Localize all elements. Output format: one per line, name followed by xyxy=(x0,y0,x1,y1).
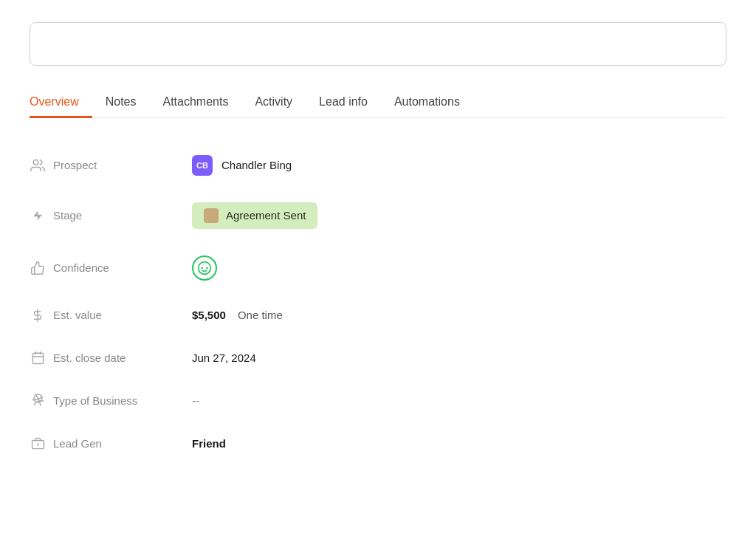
est-close-date-value[interactable]: Jun 27, 2024 xyxy=(192,351,256,364)
est-close-date-text: Jun 27, 2024 xyxy=(192,351,256,364)
tab-lead-info[interactable]: Lead info xyxy=(306,88,381,118)
tabs-nav: Overview Notes Attachments Activity Lead… xyxy=(30,88,726,118)
confidence-emoji[interactable] xyxy=(192,256,217,281)
confidence-row: Confidence xyxy=(30,242,726,294)
tab-overview[interactable]: Overview xyxy=(30,88,92,118)
stage-color-dot xyxy=(204,208,219,223)
type-of-business-label-text: Type of Business xyxy=(53,394,137,407)
prospect-label: Prospect xyxy=(30,157,192,174)
stage-value[interactable]: Agreement Sent xyxy=(192,202,317,229)
est-value-value[interactable]: $5,500 One time xyxy=(192,309,283,321)
est-value-label-text: Est. value xyxy=(53,309,102,321)
prospect-name: Chandler Bing xyxy=(221,159,292,171)
stage-label-text: Stage xyxy=(53,209,82,222)
stage-badge-text: Agreement Sent xyxy=(226,209,306,222)
thumbs-icon xyxy=(30,260,46,276)
fields-section: Prospect CB Chandler Bing Stage Agreemen… xyxy=(30,142,726,465)
tab-automations[interactable]: Automations xyxy=(381,88,473,118)
est-close-date-label: Est. close date xyxy=(30,350,192,366)
stage-row: Stage Agreement Sent xyxy=(30,189,726,242)
svg-marker-1 xyxy=(33,210,42,220)
lead-gen-label: Lead Gen xyxy=(30,436,192,452)
lead-gen-value-text: Friend xyxy=(192,437,226,450)
est-value-row: Est. value $5,500 One time xyxy=(30,294,726,337)
stage-label: Stage xyxy=(30,208,192,224)
calendar-icon xyxy=(30,350,46,366)
type-of-business-text: -- xyxy=(192,394,199,407)
est-value-amount: $5,500 xyxy=(192,309,226,321)
confidence-label-text: Confidence xyxy=(53,261,109,274)
prospect-value[interactable]: CB Chandler Bing xyxy=(192,155,292,176)
svg-point-0 xyxy=(33,160,38,165)
dollar-icon xyxy=(30,307,46,323)
type-of-business-row: Type of Business -- xyxy=(30,380,726,422)
tab-attachments[interactable]: Attachments xyxy=(149,88,241,118)
est-value-type: One time xyxy=(238,309,283,321)
lead-gen-value[interactable]: Friend xyxy=(192,437,226,450)
building-icon xyxy=(30,393,46,409)
svg-point-2 xyxy=(199,261,211,274)
est-value-label: Est. value xyxy=(30,307,192,323)
prospect-icon xyxy=(30,157,46,174)
confidence-label: Confidence xyxy=(30,260,192,276)
search-input[interactable]: Chandler Bing xyxy=(30,22,726,66)
lead-gen-label-text: Lead Gen xyxy=(53,437,102,450)
avatar: CB xyxy=(192,155,213,176)
est-close-date-label-text: Est. close date xyxy=(53,351,126,364)
type-of-business-label: Type of Business xyxy=(30,393,192,409)
lightning-icon xyxy=(30,208,46,224)
confidence-value[interactable] xyxy=(192,256,217,281)
svg-rect-6 xyxy=(32,353,43,363)
lead-gen-icon xyxy=(30,436,46,452)
prospect-row: Prospect CB Chandler Bing xyxy=(30,142,726,189)
tab-notes[interactable]: Notes xyxy=(92,88,150,118)
type-of-business-value[interactable]: -- xyxy=(192,394,199,407)
stage-badge[interactable]: Agreement Sent xyxy=(192,202,317,229)
lead-gen-row: Lead Gen Friend xyxy=(30,422,726,465)
tab-activity[interactable]: Activity xyxy=(241,88,306,118)
est-close-date-row: Est. close date Jun 27, 2024 xyxy=(30,337,726,380)
prospect-label-text: Prospect xyxy=(53,159,97,171)
